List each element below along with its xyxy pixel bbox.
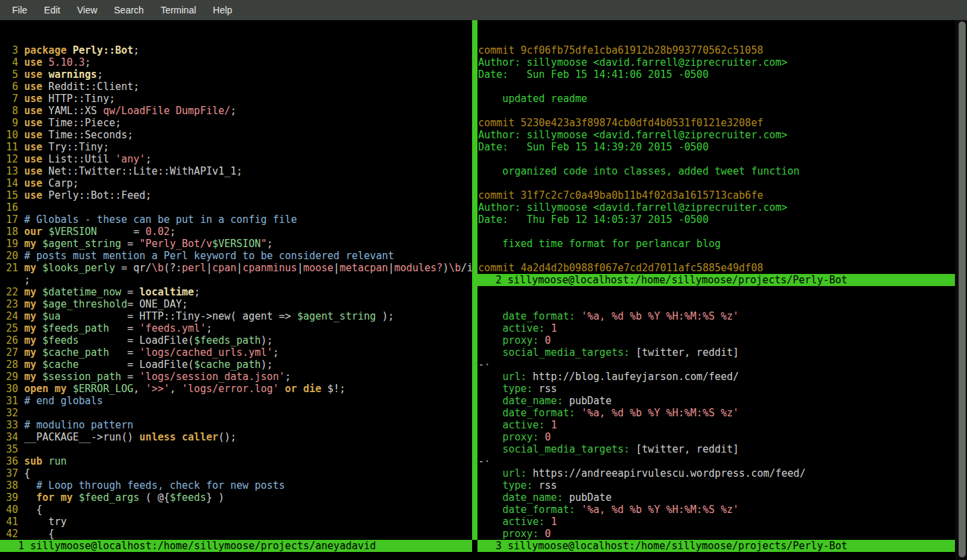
code-line: 24my $ua = HTTP::Tiny->new( agent => $ag… (0, 310, 472, 322)
yaml-line: -· (478, 359, 956, 371)
screen-caption-window-1: 1 sillymoose@localhost:/home/sillymoose/… (0, 540, 472, 552)
code-line: 13use Net::Twitter::Lite::WithAPIv1_1; (0, 165, 472, 177)
vim-perl-buffer: 3package Perly::Bot;4use 5.10.3;5use war… (0, 44, 472, 540)
code-line: 16 (0, 201, 472, 214)
git-log-line (478, 153, 956, 165)
menu-edit[interactable]: Edit (41, 3, 64, 17)
git-log-line: Date: Sun Feb 15 14:39:20 2015 -0500 (478, 141, 956, 153)
line-number: 33 (0, 419, 18, 431)
line-number: 41 (0, 516, 18, 528)
code-line: 4use 5.10.3; (0, 56, 472, 68)
code-line: 12use List::Util 'any'; (0, 153, 472, 165)
vim-yaml-buffer: date_format: '%a, %d %b %Y %H:%M:%S %z' … (478, 310, 956, 540)
code-line: 34__PACKAGE__->run() unless caller(); (0, 431, 472, 443)
line-number: 4 (0, 56, 18, 68)
code-line: 8use YAML::XS qw/LoadFile DumpFile/; (0, 105, 472, 117)
code-line: 7use HTTP::Tiny; (0, 93, 472, 105)
code-line: 23my $age_threshold= ONE_DAY; (0, 298, 472, 310)
yaml-line: social_media_targets: [twitter, reddit] (478, 443, 956, 455)
line-number: 3 (0, 44, 18, 56)
yaml-line: date_format: '%a, %d %b %Y %H:%M:%S %z' (478, 407, 956, 419)
code-line: 9use Time::Piece; (0, 117, 472, 129)
line-number: 31 (0, 395, 18, 407)
yaml-line: proxy: 0 (478, 334, 956, 346)
code-line: 6use Reddit::Client; (0, 81, 472, 93)
yaml-line: date_format: '%a, %d %b %Y %H:%M:%S %z' (478, 504, 956, 516)
code-line: 15use Perly::Bot::Feed; (0, 189, 472, 201)
line-number: 5 (0, 68, 18, 81)
code-line: 35 (0, 443, 472, 455)
yaml-line: active: 1 (478, 419, 956, 431)
code-line: 28my $cache = LoadFile($cache_path); (0, 359, 472, 371)
code-line: 38 # Loop through feeds, check for new p… (0, 479, 472, 492)
line-number: 12 (0, 153, 18, 165)
line-number: 9 (0, 117, 18, 129)
code-line: 18our $VERSION = 0.02; (0, 226, 472, 238)
yaml-line: proxy: 0 (478, 431, 956, 443)
code-line: 25my $feeds_path = 'feeds.yml'; (0, 322, 472, 334)
pane-divider[interactable] (472, 20, 477, 540)
code-line: 36sub run (0, 455, 472, 467)
line-number: 34 (0, 431, 18, 443)
line-number: 19 (0, 238, 18, 250)
vim-ruler-left: 43,1 1% (0, 528, 472, 540)
line-number: 24 (0, 310, 18, 322)
code-line: 31# end globals (0, 395, 472, 407)
menu-file[interactable]: File (9, 3, 31, 17)
git-log-line: organized code into classes, added tweet… (478, 165, 956, 177)
code-line: 20# posts must mention a Perl keyword to… (0, 250, 472, 262)
vim-ruler-right: 97,5 42% (477, 528, 955, 540)
vim-perl-editor-pane[interactable]: 3package Perly::Bot;4use 5.10.3;5use war… (0, 20, 472, 540)
scrollbar-thumb[interactable] (958, 21, 966, 557)
git-log-buffer: commit 9cf06fb75dfe1cba61912b28b99377056… (478, 44, 956, 274)
git-log-line: fixed time format for perlancar blog (478, 238, 956, 250)
line-number: 22 (0, 286, 18, 298)
git-log-line (478, 226, 956, 238)
code-line: 41 try (0, 516, 472, 528)
line-number: 10 (0, 129, 18, 141)
line-number: 11 (0, 141, 18, 153)
code-line: 33# modulino pattern (0, 419, 472, 431)
menu-help[interactable]: Help (210, 3, 236, 17)
git-log-line: Date: Sun Feb 15 14:41:06 2015 -0500 (478, 68, 956, 81)
code-line: 11use Try::Tiny; (0, 141, 472, 153)
line-number: 30 (0, 383, 18, 395)
git-log-line (478, 250, 956, 262)
git-log-line: commit 5230e423a3f89874cb0dfd4b0531f0121… (478, 117, 956, 129)
scrollbar[interactable] (955, 20, 967, 560)
line-number: 29 (0, 371, 18, 383)
git-log-line (478, 105, 956, 117)
line-number: 36 (0, 455, 18, 467)
git-log-line: commit 31f7c2c7c0a49ba0b11b4f02d3a161571… (478, 189, 956, 201)
git-log-line: updated readme (478, 93, 956, 105)
git-log-pane[interactable]: commit 9cf06fb75dfe1cba61912b28b99377056… (477, 20, 956, 274)
yaml-line: type: rss (478, 383, 956, 395)
code-line: ; (0, 274, 472, 286)
line-number: 39 (0, 492, 18, 504)
yaml-line: active: 1 (478, 322, 956, 334)
yaml-line: -· (478, 455, 956, 467)
line-number: 8 (0, 105, 18, 117)
yaml-line: social_media_targets: [twitter, reddit] (478, 346, 956, 359)
line-number: 15 (0, 189, 18, 201)
line-number: 27 (0, 346, 18, 359)
line-number: 18 (0, 226, 18, 238)
menu-view[interactable]: View (74, 3, 101, 17)
git-log-line: Date: Thu Feb 12 14:05:37 2015 -0500 (478, 214, 956, 226)
line-number: 26 (0, 334, 18, 346)
menu-terminal[interactable]: Terminal (157, 3, 199, 17)
code-line: 14use Carp; (0, 177, 472, 189)
git-log-line: commit 9cf06fb75dfe1cba61912b28b99377056… (478, 44, 956, 56)
line-number: 32 (0, 407, 18, 419)
line-number: 35 (0, 443, 18, 455)
code-line: 39 for my $feed_args ( @{$feeds} ) (0, 492, 472, 504)
yaml-line: date_name: pubDate (478, 395, 956, 407)
git-log-line (478, 177, 956, 189)
line-number: 21 (0, 262, 18, 274)
line-number: 16 (0, 201, 18, 214)
menu-search[interactable]: Search (111, 3, 147, 17)
line-number: 6 (0, 81, 18, 93)
code-line: 27my $cache_path = 'logs/cached_urls.yml… (0, 346, 472, 359)
yaml-line: url: https://andreeapirvulescu.wordpress… (478, 467, 956, 479)
vim-yaml-editor-pane[interactable]: date_format: '%a, %d %b %Y %H:%M:%S %z' … (477, 286, 956, 540)
